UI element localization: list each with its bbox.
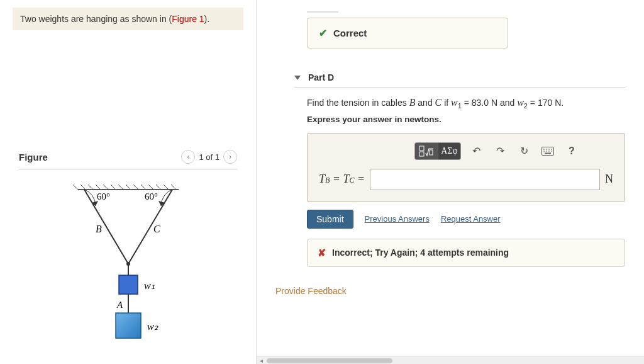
svg-line-13 xyxy=(164,185,169,190)
figure-title: Figure xyxy=(19,152,48,162)
feedback-text: Incorrect; Try Again; 4 attempts remaini… xyxy=(332,247,509,258)
prompt-and: and xyxy=(415,98,435,108)
keyboard-icon xyxy=(541,147,554,156)
feedback-box: ✘ Incorrect; Try Again; 4 attempts remai… xyxy=(307,239,625,267)
problem-statement: Two weights are hanging as shown in (Fig… xyxy=(13,8,243,30)
svg-line-3 xyxy=(88,185,93,190)
angle-right-label: 60° xyxy=(145,191,158,202)
figure-nav: ‹ 1 of 1 › xyxy=(181,150,237,164)
figure-section: Figure ‹ 1 of 1 › xyxy=(19,150,237,346)
svg-rect-24 xyxy=(419,146,424,151)
svg-point-29 xyxy=(546,149,547,150)
part-body: Find the tension in cables B and C if w1… xyxy=(307,97,625,267)
figure-diagram-svg: 60° 60° B C w₁ A xyxy=(59,182,197,346)
svg-line-1 xyxy=(73,185,78,190)
answer-unit: N xyxy=(605,173,613,186)
svg-point-35 xyxy=(551,151,552,152)
keyboard-button[interactable] xyxy=(539,142,557,160)
figure-pager: 1 of 1 xyxy=(199,152,219,162)
w2-label: w₂ xyxy=(147,321,158,332)
svg-point-34 xyxy=(548,151,550,152)
answer-panel: ΑΣφ ↶ ↷ ↻ ? TB = TC = N xyxy=(307,133,625,202)
cable-b-label: B xyxy=(96,224,102,234)
scroll-left-arrow[interactable]: ◂ xyxy=(257,357,265,364)
svg-line-6 xyxy=(111,185,116,190)
prompt-eq2: = 170 N. xyxy=(528,98,564,108)
svg-line-2 xyxy=(80,185,86,190)
svg-line-11 xyxy=(148,185,153,190)
svg-line-4 xyxy=(96,185,101,190)
answer-row: TB = TC = N xyxy=(319,169,613,190)
previous-correct-box: ✔ Correct xyxy=(307,18,508,48)
submit-button[interactable]: Submit xyxy=(307,210,353,229)
templates-button[interactable] xyxy=(415,143,438,159)
part-header[interactable]: Part D xyxy=(294,72,625,88)
x-icon: ✘ xyxy=(318,247,326,259)
reset-button[interactable]: ↻ xyxy=(515,142,533,160)
svg-line-12 xyxy=(156,185,161,190)
svg-rect-36 xyxy=(545,152,551,154)
angle-left-label: 60° xyxy=(97,191,110,202)
submit-row: Submit Previous Answers Request Answer xyxy=(307,210,625,229)
eq-eq1: = xyxy=(330,173,343,185)
svg-point-30 xyxy=(548,149,550,150)
part-instruction: Express your answer in newtons. xyxy=(307,115,625,124)
help-button[interactable]: ? xyxy=(563,142,580,160)
answer-input[interactable] xyxy=(370,169,600,190)
provide-feedback-link[interactable]: Provide Feedback xyxy=(275,286,644,296)
eq-tb: T xyxy=(319,173,325,185)
svg-line-7 xyxy=(118,185,123,190)
previous-answers-link[interactable]: Previous Answers xyxy=(365,214,430,224)
part-title: Part D xyxy=(308,72,334,82)
part-prompt: Find the tension in cables B and C if w1… xyxy=(307,97,625,110)
svg-line-8 xyxy=(126,185,131,190)
scroll-thumb[interactable] xyxy=(267,358,392,363)
svg-rect-26 xyxy=(430,150,433,155)
figure-next-button[interactable]: › xyxy=(223,150,237,164)
eq-tc: T xyxy=(343,173,350,185)
figure-header: Figure ‹ 1 of 1 › xyxy=(19,150,237,169)
correct-label: Correct xyxy=(333,28,367,38)
prompt-var-b: B xyxy=(409,97,416,108)
figure-link[interactable]: Figure 1 xyxy=(172,14,204,24)
formula-toolbar: ΑΣφ ↶ ↷ ↻ ? xyxy=(382,142,613,160)
prompt-var-w2: w xyxy=(517,97,524,108)
problem-text-before: Two weights are hanging as shown in ( xyxy=(20,14,172,24)
figure-prev-button[interactable]: ‹ xyxy=(181,150,195,164)
equation-label: TB = TC = xyxy=(319,173,365,186)
svg-rect-21 xyxy=(119,275,138,294)
caret-down-icon xyxy=(294,76,301,80)
svg-point-32 xyxy=(543,151,545,152)
fraction-sqrt-icon xyxy=(419,145,434,157)
request-answer-link[interactable]: Request Answer xyxy=(441,214,501,224)
horizontal-scrollbar[interactable]: ◂ xyxy=(257,356,644,364)
svg-rect-25 xyxy=(419,152,424,156)
svg-point-33 xyxy=(546,151,547,152)
svg-point-28 xyxy=(543,149,545,150)
undo-button[interactable]: ↶ xyxy=(467,142,485,160)
prompt-eq1: = 83.0 N xyxy=(462,98,497,108)
redo-button[interactable]: ↷ xyxy=(491,142,509,160)
svg-line-5 xyxy=(103,185,108,190)
divider xyxy=(307,11,338,13)
svg-line-10 xyxy=(141,185,146,190)
cable-c-label: C xyxy=(153,224,160,234)
greek-button[interactable]: ΑΣφ xyxy=(438,143,460,159)
left-pane: Two weights are hanging as shown in (Fig… xyxy=(0,0,257,364)
right-pane: ✔ Correct Part D Find the tension in cab… xyxy=(257,0,644,364)
prompt-var-c: C xyxy=(435,97,442,108)
problem-text-after: ). xyxy=(204,14,210,24)
prompt-and2: and xyxy=(497,98,517,108)
eq-sub-c: C xyxy=(350,176,355,185)
prompt-var-w1: w xyxy=(451,97,458,108)
svg-rect-23 xyxy=(116,313,141,338)
svg-point-31 xyxy=(551,149,552,150)
eq-eq2: = xyxy=(355,173,365,185)
prompt-if: if xyxy=(441,98,451,108)
check-icon: ✔ xyxy=(319,27,327,39)
figure-image: 60° 60° B C w₁ A xyxy=(19,182,237,346)
svg-line-14 xyxy=(171,185,176,190)
w1-label: w₁ xyxy=(144,280,155,291)
toolbar-group-templates: ΑΣφ xyxy=(414,142,461,160)
cable-a-label: A xyxy=(116,300,123,310)
